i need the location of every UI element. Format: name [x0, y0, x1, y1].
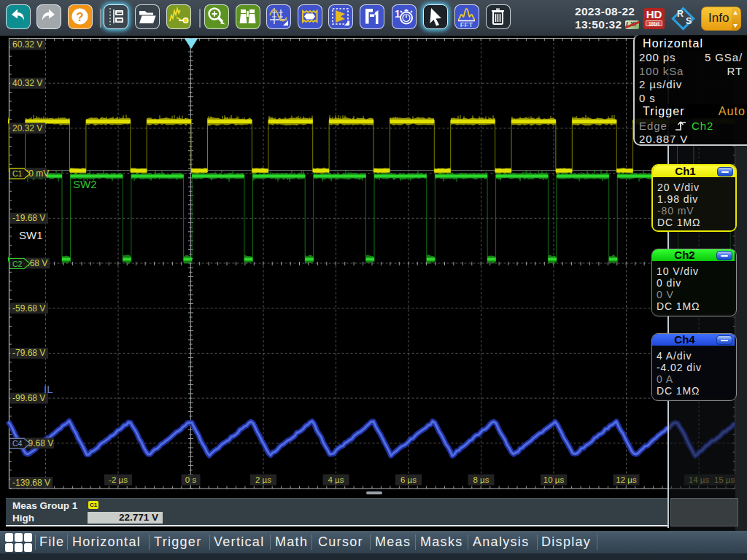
svg-text:-139.68 V: -139.68 V: [12, 478, 50, 488]
svg-text:12 µs: 12 µs: [616, 475, 637, 484]
svg-text:10 µs: 10 µs: [543, 475, 565, 484]
svg-text:40.32 V: 40.32 V: [12, 78, 42, 88]
svg-text:-99.68 V: -99.68 V: [12, 393, 45, 403]
svg-text:SW2: SW2: [73, 178, 97, 190]
svg-text:-79.68 V: -79.68 V: [12, 348, 45, 358]
svg-text:1: 1: [395, 8, 400, 20]
svg-text:20.32 V: 20.32 V: [12, 123, 42, 133]
svg-text:?: ?: [76, 10, 83, 24]
svg-text:4 µs: 4 µs: [328, 475, 344, 484]
svg-text:8 µs: 8 µs: [473, 475, 489, 484]
svg-text:IL: IL: [44, 383, 53, 395]
svg-text:C4: C4: [12, 439, 23, 448]
svg-text:FFT: FFT: [460, 20, 473, 28]
svg-text:-19.68 V: -19.68 V: [12, 213, 45, 223]
svg-text:-2 µs: -2 µs: [109, 475, 128, 484]
svg-text:2 µs: 2 µs: [255, 475, 271, 484]
svg-text:60.32 V: 60.32 V: [12, 39, 42, 50]
svg-text:C2: C2: [12, 260, 23, 268]
svg-text:-59.68 V: -59.68 V: [12, 303, 45, 314]
svg-text:SW1: SW1: [19, 229, 43, 241]
svg-text:C1: C1: [12, 169, 23, 178]
svg-text:0 s: 0 s: [185, 475, 197, 484]
svg-text:6 µs: 6 µs: [400, 475, 417, 484]
